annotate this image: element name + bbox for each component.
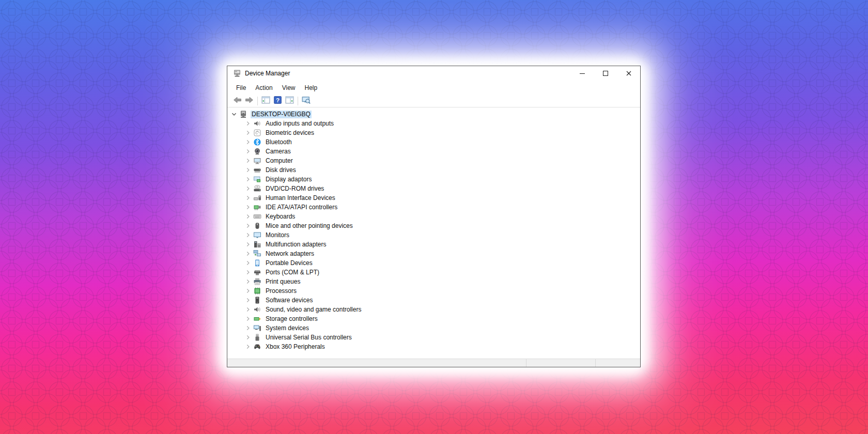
tree-item-display-adaptors[interactable]: Display adaptors	[227, 175, 640, 184]
tree-root-row[interactable]: DESKTOP-V0EIGBQ	[227, 110, 640, 119]
chevron-right-icon[interactable]	[244, 297, 252, 304]
tree-item-ports-com-lpt[interactable]: Ports (COM & LPT)	[227, 268, 640, 277]
tree-item-label[interactable]: Display adaptors	[265, 176, 313, 183]
tree-item-label[interactable]: Sound, video and game controllers	[265, 306, 362, 314]
tree-item-label[interactable]: Multifunction adapters	[265, 241, 327, 249]
chevron-right-icon[interactable]	[244, 231, 252, 239]
chevron-right-icon[interactable]	[244, 176, 252, 183]
tree-item-label[interactable]: Universal Serial Bus controllers	[265, 334, 353, 342]
chevron-right-icon[interactable]	[244, 204, 252, 211]
tree-item-label[interactable]: Portable Devices	[265, 259, 314, 267]
tree-item-label[interactable]: Network adapters	[265, 250, 315, 258]
chevron-right-icon[interactable]	[244, 166, 252, 174]
chevron-right-icon[interactable]	[244, 148, 252, 155]
tree-item-dvd-cd-rom-drives[interactable]: DVD/CD-ROM drives	[227, 184, 640, 193]
tree-item-multifunction-adapters[interactable]: Multifunction adapters	[227, 240, 640, 249]
tree-item-keyboards[interactable]: Keyboards	[227, 212, 640, 221]
chevron-right-icon[interactable]	[244, 269, 252, 276]
tree-item-cameras[interactable]: Cameras	[227, 147, 640, 156]
tree-item-mice-and-other-pointing-devices[interactable]: Mice and other pointing devices	[227, 221, 640, 230]
chevron-right-icon[interactable]	[244, 129, 252, 136]
chevron-right-icon[interactable]	[244, 287, 252, 295]
tree-item-label[interactable]: Monitors	[265, 231, 290, 239]
chevron-right-icon[interactable]	[244, 250, 252, 257]
tree-item-processors[interactable]: Processors	[227, 286, 640, 296]
chevron-right-icon[interactable]	[244, 194, 252, 202]
tree-item-label[interactable]: Print queues	[265, 278, 301, 286]
tree-item-print-queues[interactable]: Print queues	[227, 277, 640, 286]
tree-item-label[interactable]: System devices	[265, 324, 310, 332]
close-button[interactable]	[617, 66, 640, 81]
software-icon	[253, 296, 261, 304]
tree-item-universal-serial-bus-controllers[interactable]: Universal Serial Bus controllers	[227, 333, 640, 342]
chevron-right-icon[interactable]	[244, 334, 252, 341]
tree-item-monitors[interactable]: Monitors	[227, 230, 640, 240]
tree-item-portable-devices[interactable]: Portable Devices	[227, 258, 640, 268]
forward-arrow-icon	[245, 96, 254, 106]
chevron-right-icon[interactable]	[244, 120, 252, 127]
camera-icon	[253, 147, 261, 156]
chevron-right-icon[interactable]	[244, 278, 252, 285]
tree-item-network-adapters[interactable]: Network adapters	[227, 249, 640, 258]
forward-button[interactable]	[243, 95, 255, 106]
tree-item-storage-controllers[interactable]: Storage controllers	[227, 314, 640, 323]
tree-item-ide-ata-atapi-controllers[interactable]: IDE ATA/ATAPI controllers	[227, 203, 640, 212]
computer-monitor-icon	[253, 157, 261, 165]
chevron-down-icon[interactable]	[230, 111, 238, 118]
tree-item-label[interactable]: Keyboards	[265, 213, 296, 221]
status-bar	[227, 359, 640, 367]
tree-item-label[interactable]: Mice and other pointing devices	[265, 222, 354, 230]
audio-icon	[253, 119, 261, 128]
status-pane	[596, 359, 640, 367]
tree-item-label[interactable]: DVD/CD-ROM drives	[265, 185, 325, 193]
tree-item-human-interface-devices[interactable]: Human Interface Devices	[227, 193, 640, 203]
chevron-right-icon[interactable]	[244, 306, 252, 313]
tree-item-disk-drives[interactable]: Disk drives	[227, 165, 640, 175]
tree-root-label[interactable]: DESKTOP-V0EIGBQ	[251, 111, 312, 118]
title-bar[interactable]: Device Manager	[227, 66, 640, 81]
maximize-button[interactable]	[594, 66, 617, 81]
chevron-right-icon[interactable]	[244, 213, 252, 220]
minimize-button[interactable]	[570, 66, 594, 81]
chevron-right-icon[interactable]	[244, 157, 252, 164]
tree-item-label[interactable]: Audio inputs and outputs	[265, 120, 335, 128]
tree-item-audio-inputs-and-outputs[interactable]: Audio inputs and outputs	[227, 119, 640, 128]
tree-item-label[interactable]: IDE ATA/ATAPI controllers	[265, 204, 338, 211]
tree-item-system-devices[interactable]: System devices	[227, 323, 640, 333]
show-console-tree-button[interactable]	[260, 95, 272, 106]
tree-item-computer[interactable]: Computer	[227, 156, 640, 165]
tree-item-label[interactable]: Computer	[265, 157, 294, 165]
menu-file[interactable]: File	[231, 82, 251, 94]
menu-action[interactable]: Action	[251, 82, 277, 94]
chevron-right-icon[interactable]	[244, 138, 252, 146]
tree-item-xbox-360-peripherals[interactable]: Xbox 360 Peripherals	[227, 342, 640, 351]
menu-help[interactable]: Help	[300, 82, 322, 94]
tree-item-label[interactable]: Processors	[265, 287, 298, 295]
tree-item-label[interactable]: Ports (COM & LPT)	[265, 269, 320, 276]
tree-item-label[interactable]: Software devices	[265, 297, 314, 304]
chevron-right-icon[interactable]	[244, 222, 252, 229]
storage-icon	[253, 315, 261, 323]
tree-item-label[interactable]: Human Interface Devices	[265, 194, 336, 202]
menu-view[interactable]: View	[277, 82, 300, 94]
tree-item-bluetooth[interactable]: Bluetooth	[227, 137, 640, 147]
tree-item-label[interactable]: Bluetooth	[265, 138, 293, 146]
chevron-right-icon[interactable]	[244, 185, 252, 192]
tree-item-software-devices[interactable]: Software devices	[227, 296, 640, 305]
tree-item-biometric-devices[interactable]: Biometric devices	[227, 128, 640, 137]
chevron-right-icon[interactable]	[244, 315, 252, 322]
tree-item-sound-video-and-game-controllers[interactable]: Sound, video and game controllers	[227, 305, 640, 314]
tree-item-label[interactable]: Biometric devices	[265, 129, 315, 137]
tree-item-label[interactable]: Cameras	[265, 148, 292, 156]
tree-item-label[interactable]: Disk drives	[265, 166, 297, 174]
chevron-right-icon[interactable]	[244, 324, 252, 332]
chevron-right-icon[interactable]	[244, 259, 252, 267]
tree-item-label[interactable]: Storage controllers	[265, 315, 319, 323]
help-button[interactable]: ?	[272, 95, 284, 106]
show-action-pane-button[interactable]	[284, 95, 296, 106]
chevron-right-icon[interactable]	[244, 241, 252, 248]
back-button[interactable]	[231, 95, 243, 106]
scan-hardware-changes-button[interactable]	[300, 95, 312, 106]
chevron-right-icon[interactable]	[244, 343, 252, 350]
tree-item-label[interactable]: Xbox 360 Peripherals	[265, 343, 326, 351]
